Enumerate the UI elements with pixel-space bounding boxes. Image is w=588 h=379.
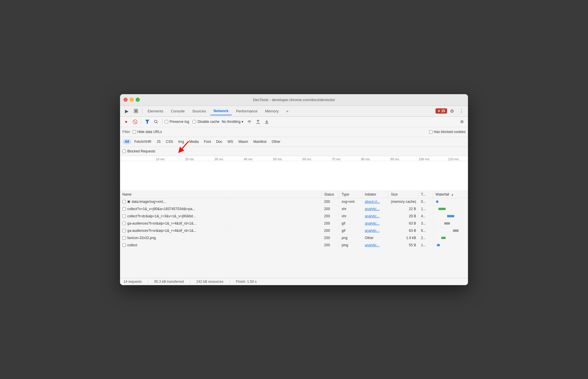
cell-initiator: analytic...: [362, 227, 389, 234]
th-waterfall[interactable]: Waterfall ▲: [433, 191, 468, 198]
cell-type: xhr: [339, 213, 362, 220]
timeline-label-0: 10 ms: [146, 157, 175, 161]
maximize-button[interactable]: [136, 98, 140, 102]
table-row[interactable]: collect200pinganalytic...55 B1...: [120, 242, 468, 249]
search-icon[interactable]: [152, 118, 160, 125]
blocked-label[interactable]: Blocked Requests: [122, 149, 155, 153]
throttling-dropdown[interactable]: No throttling ▾: [221, 119, 245, 124]
row-name-text: ga-audiences?t=sr&aip=1&_r=4&slf_rd=1&..…: [127, 221, 196, 225]
filter-icon[interactable]: [144, 118, 151, 125]
initiator-link[interactable]: analytic...: [365, 229, 380, 233]
row-checkbox[interactable]: [122, 236, 126, 240]
tab-more[interactable]: »: [283, 107, 292, 115]
table-row[interactable]: ga-audiences?t=sr&aip=1&_r=4&slf_rd=1&..…: [120, 220, 468, 227]
tab-performance[interactable]: Performance: [233, 107, 261, 115]
minimize-button[interactable]: [130, 98, 134, 102]
row-checkbox[interactable]: [122, 222, 126, 225]
table-row[interactable]: favicon-32x32.png200pngOther1.9 kB2...: [120, 234, 468, 242]
type-btn-manifest[interactable]: Manifest: [251, 139, 269, 144]
cell-type: gif: [339, 220, 362, 227]
wifi-icon[interactable]: [246, 118, 253, 125]
throttling-arrow: ▾: [242, 120, 243, 124]
timeline-label-2: 30 ms: [204, 157, 233, 161]
has-blocked-cookies-label[interactable]: Has blocked cookies: [429, 130, 466, 134]
cell-type: png: [339, 234, 362, 242]
th-initiator[interactable]: Initiator: [362, 191, 389, 198]
type-btn-media[interactable]: Media: [187, 139, 201, 144]
cell-waterfall: [433, 205, 468, 213]
timeline-label-10: 110 ms: [439, 157, 468, 161]
filter-bar: Filter Hide data URLs Has blocked cookie…: [120, 127, 468, 137]
type-btn-img[interactable]: Img: [176, 139, 186, 144]
has-blocked-cookies-checkbox[interactable]: [429, 130, 433, 134]
network-table-wrapper[interactable]: Name Status Type Initiator Size: [120, 191, 468, 278]
cell-waterfall: [433, 227, 468, 234]
clear-button[interactable]: 🚫: [131, 118, 139, 125]
th-type[interactable]: Type: [339, 191, 362, 198]
download-icon[interactable]: [263, 118, 271, 125]
th-time[interactable]: T...: [419, 191, 433, 198]
tab-sources[interactable]: Sources: [189, 107, 210, 115]
cell-time: 4...: [419, 213, 433, 220]
hide-data-urls-label[interactable]: Hide data URLs: [133, 130, 162, 134]
error-count: 15: [441, 109, 445, 113]
preserve-log-checkbox[interactable]: [165, 120, 168, 123]
type-btn-css[interactable]: CSS: [164, 139, 175, 144]
status-resources: 242 kB resources: [196, 280, 223, 284]
timeline-label-3: 40 ms: [233, 157, 263, 161]
blocked-requests-checkbox[interactable]: [122, 150, 126, 153]
row-type-icon: ▣: [127, 200, 130, 203]
initiator-link[interactable]: analytic...: [365, 214, 380, 218]
cursor-icon[interactable]: ▶: [122, 107, 131, 115]
type-btn-js[interactable]: JS: [154, 139, 163, 144]
th-name[interactable]: Name: [120, 191, 322, 198]
table-row[interactable]: collect?t=dc&aip=1&_r=3&v=1&_v=j90&tid..…: [120, 213, 468, 220]
type-btn-other[interactable]: Other: [269, 139, 283, 144]
th-status[interactable]: Status: [322, 191, 339, 198]
tab-elements[interactable]: Elements: [144, 107, 167, 115]
record-button[interactable]: ●: [122, 118, 130, 125]
th-waterfall-label: Waterfall: [435, 192, 449, 196]
initiator-link[interactable]: analytic...: [365, 221, 380, 225]
row-checkbox[interactable]: [122, 214, 126, 218]
tab-network[interactable]: Network: [210, 107, 232, 115]
type-btn-all[interactable]: All: [122, 139, 131, 144]
table-row[interactable]: ▣data:image/svg+xml;...200svg+xmlabout:c…: [120, 198, 468, 205]
cell-waterfall: [433, 242, 468, 249]
table-row[interactable]: ga-audiences?t=sr&aip=1&_r=4&slf_rd=1&..…: [120, 227, 468, 234]
timeline-label-6: 70 ms: [322, 157, 351, 161]
table-row[interactable]: collect?v=1&_v=j90&a=1837457034&t=pa...2…: [120, 205, 468, 213]
toolbar-divider-2: [162, 119, 162, 125]
initiator-link[interactable]: about:cl...: [365, 200, 380, 204]
network-settings-icon[interactable]: ⚙: [458, 118, 466, 125]
disable-cache-label[interactable]: Disable cache: [193, 120, 219, 124]
status-bar: 14 requests | 95.3 kB transferred | 242 …: [120, 278, 468, 285]
type-btn-ws[interactable]: WS: [225, 139, 235, 144]
initiator-link[interactable]: analytic...: [365, 243, 380, 247]
row-checkbox[interactable]: [122, 243, 126, 247]
type-btn-wasm[interactable]: Wasm: [236, 139, 251, 144]
tab-memory[interactable]: Memory: [262, 107, 282, 115]
close-button[interactable]: [124, 98, 128, 102]
inspect-icon[interactable]: [132, 107, 140, 115]
timeline-label-7: 80 ms: [351, 157, 380, 161]
tab-console[interactable]: Console: [167, 107, 188, 115]
window-title: DevTools - developer.chrome.com/docs/dev…: [253, 98, 335, 102]
upload-icon[interactable]: [254, 118, 262, 125]
status-transferred: 95.3 kB transferred: [154, 280, 184, 284]
row-checkbox[interactable]: [122, 229, 126, 232]
more-options-icon[interactable]: ⋮: [457, 107, 466, 115]
hide-data-urls-checkbox[interactable]: [133, 130, 136, 134]
type-btn-fetch-xhr[interactable]: Fetch/XHR: [132, 139, 154, 144]
row-checkbox[interactable]: [122, 207, 126, 211]
preserve-log-label[interactable]: Preserve log: [165, 120, 189, 124]
type-btn-font[interactable]: Font: [202, 139, 213, 144]
initiator-link[interactable]: analytic...: [365, 207, 380, 211]
cell-time: 3...: [419, 220, 433, 227]
row-checkbox[interactable]: [122, 200, 126, 203]
th-size[interactable]: Size: [389, 191, 419, 198]
type-btn-doc[interactable]: Doc: [214, 139, 224, 144]
settings-icon[interactable]: ⚙: [448, 107, 456, 115]
disable-cache-checkbox[interactable]: [193, 120, 196, 123]
status-divider-2: |: [190, 280, 190, 284]
